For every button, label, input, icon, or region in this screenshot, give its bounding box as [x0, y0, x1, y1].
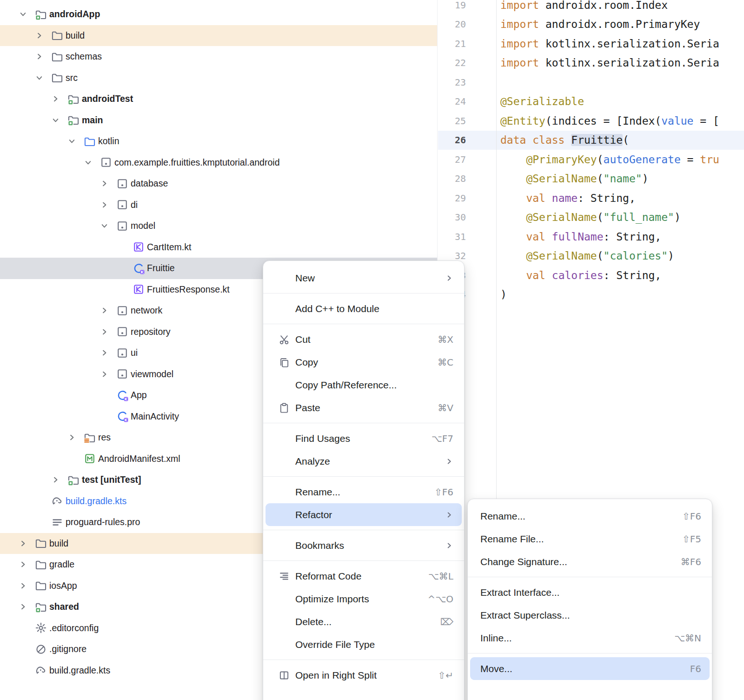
tree-item-cartitem-kt[interactable]: CartItem.kt [0, 237, 437, 258]
gitignore-icon [35, 643, 49, 655]
code-line[interactable]: 25@Entity(indices = [Index(value = [ [438, 111, 744, 131]
line-number[interactable]: 32 [438, 250, 496, 261]
menu-item-rename[interactable]: Rename...⇧F6 [266, 480, 462, 503]
code-line[interactable]: 21import kotlinx.serialization.Seria [438, 34, 744, 53]
menu-item-add-c-to-module[interactable]: Add C++ to Module [266, 297, 462, 320]
tree-item-kotlin[interactable]: kotlin [0, 131, 437, 152]
chevron-down-icon[interactable] [100, 221, 116, 230]
kotlin-file-icon [133, 283, 146, 295]
chevron-right-icon[interactable] [100, 306, 116, 315]
chevron-right-icon[interactable] [100, 370, 116, 379]
chevron-right-icon[interactable] [100, 179, 116, 188]
code-line[interactable]: 23 [438, 73, 744, 92]
line-number[interactable]: 23 [438, 77, 496, 88]
menu-separator [263, 530, 464, 530]
code-line[interactable]: 33 val calories: String, [438, 266, 744, 285]
line-number[interactable]: 24 [438, 96, 496, 107]
tree-item-com-example-fruitties-kmptutorial-android[interactable]: com.example.fruitties.kmptutorial.androi… [0, 152, 437, 173]
line-number[interactable]: 30 [438, 212, 496, 223]
menu-item-reformat-code[interactable]: Reformat Code⌥⌘L [266, 565, 462, 587]
chevron-right-icon[interactable] [35, 31, 51, 40]
chevron-down-icon[interactable] [35, 73, 51, 82]
chevron-right-icon[interactable] [67, 433, 84, 442]
line-number[interactable]: 29 [438, 193, 496, 204]
line-number[interactable]: 19 [438, 0, 496, 11]
code-line[interactable]: 22import kotlinx.serialization.Seria [438, 53, 744, 73]
tree-item-main[interactable]: main [0, 110, 437, 131]
menu-item-inline[interactable]: Inline...⌥⌘N [470, 627, 710, 649]
tree-item-src[interactable]: src [0, 67, 437, 89]
code-line[interactable]: 20import androidx.room.PrimaryKey [438, 15, 744, 34]
menu-item-delete[interactable]: Delete...⌦ [266, 610, 462, 633]
menu-item-open-in-right-split[interactable]: Open in Right Split⇧↵ [266, 664, 462, 687]
code-line[interactable]: 31 val fullName: String, [438, 227, 744, 247]
tree-item-di[interactable]: di [0, 194, 437, 216]
menu-item-extract-superclass[interactable]: Extract Superclass... [470, 604, 710, 627]
menu-item-rename-file[interactable]: Rename File...⇧F5 [470, 527, 710, 550]
tree-item-androidtest[interactable]: androidTest [0, 88, 437, 110]
line-number[interactable]: 28 [438, 173, 496, 184]
tree-item-label: repository [130, 327, 171, 337]
code-line[interactable]: 24@Serializable [438, 92, 744, 112]
menu-separator [263, 560, 464, 561]
code-line[interactable]: 30 @SerialName("full_name") [438, 208, 744, 227]
code-text: import androidx.room.PrimaryKey [500, 18, 700, 30]
chevron-right-icon[interactable] [51, 94, 67, 103]
menu-item-rename[interactable]: Rename...⇧F6 [470, 505, 710, 527]
line-number[interactable]: 26 [438, 134, 496, 146]
code-line[interactable]: 32 @SerialName("calories") [438, 247, 744, 266]
chevron-down-icon[interactable] [67, 137, 84, 146]
chevron-right-icon[interactable] [100, 327, 116, 336]
chevron-right-icon[interactable] [51, 475, 67, 484]
chevron-down-icon[interactable] [84, 158, 100, 167]
tree-item-database[interactable]: database [0, 173, 437, 194]
chevron-right-icon[interactable] [19, 560, 35, 569]
tree-item-label: androidTest [81, 93, 133, 104]
menu-item-refactor[interactable]: Refactor [266, 503, 462, 526]
tree-item-androidapp[interactable]: androidApp [0, 4, 437, 25]
code-line[interactable]: 26data class Fruittie( [438, 131, 744, 150]
tree-item-model[interactable]: model [0, 215, 437, 237]
line-number[interactable]: 22 [438, 57, 496, 68]
code-line[interactable]: 29 val name: String, [438, 188, 744, 208]
menu-item-copy[interactable]: Copy⌘C [266, 351, 462, 373]
menu-item-move[interactable]: Move...F6 [470, 657, 710, 680]
code-line[interactable]: 19import androidx.room.Index [438, 0, 744, 15]
menu-item-new[interactable]: New [266, 267, 462, 289]
code-line[interactable]: 28 @SerialName("name") [438, 169, 744, 189]
submenu-arrow-icon [445, 541, 453, 550]
line-number[interactable]: 27 [438, 154, 496, 165]
menu-item-copy-path-reference[interactable]: Copy Path/Reference... [266, 373, 462, 396]
chevron-right-icon[interactable] [100, 200, 116, 209]
line-number[interactable]: 21 [438, 38, 496, 49]
chevron-right-icon[interactable] [19, 539, 35, 548]
refactor-submenu: Rename...⇧F6Rename File...⇧F5Change Sign… [467, 499, 712, 700]
menu-item-extract-interface[interactable]: Extract Interface... [470, 581, 710, 604]
chevron-down-icon[interactable] [19, 10, 35, 19]
menu-item-cut[interactable]: Cut⌘X [266, 328, 462, 351]
code-line[interactable]: 27 @PrimaryKey(autoGenerate = tru [438, 150, 744, 169]
menu-item-bookmarks[interactable]: Bookmarks [266, 534, 462, 557]
menu-item-find-usages[interactable]: Find Usages⌥F7 [266, 427, 462, 450]
chevron-right-icon[interactable] [35, 52, 51, 61]
menu-item-change-signature[interactable]: Change Signature...⌘F6 [470, 550, 710, 573]
chevron-right-icon[interactable] [100, 348, 116, 357]
tree-item-schemas[interactable]: schemas [0, 46, 437, 67]
reformat-icon [279, 571, 290, 582]
chevron-right-icon[interactable] [19, 602, 35, 611]
split-icon [279, 670, 290, 681]
line-number[interactable]: 20 [438, 19, 496, 30]
chevron-right-icon[interactable] [19, 581, 35, 590]
menu-item-override-file-type[interactable]: Override File Type [266, 633, 462, 656]
tree-item-build[interactable]: build [0, 25, 437, 47]
menu-item-analyze[interactable]: Analyze [266, 450, 462, 473]
menu-item-shortcut: ⌘C [428, 357, 453, 368]
chevron-down-icon[interactable] [51, 116, 67, 125]
menu-item-paste[interactable]: Paste⌘V [266, 396, 462, 419]
menu-item-label: Override File Type [295, 639, 375, 650]
code-line[interactable]: 34) [438, 285, 744, 305]
line-number[interactable]: 31 [438, 231, 496, 242]
tree-item-label: build [65, 30, 85, 41]
line-number[interactable]: 25 [438, 115, 496, 127]
menu-item-optimize-imports[interactable]: Optimize Imports^⌥O [266, 587, 462, 610]
